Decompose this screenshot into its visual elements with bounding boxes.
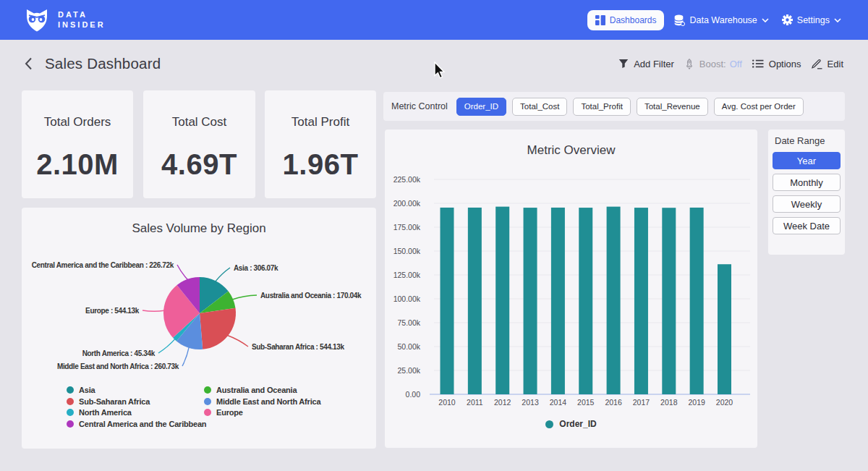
svg-text:2013: 2013 [522, 398, 539, 407]
date-range-panel: Date Range Year Monthly Weekly Week Date [768, 130, 845, 255]
brand-line1: DATA [58, 11, 106, 19]
filter-icon [618, 59, 629, 69]
svg-text:50.00k: 50.00k [397, 342, 420, 351]
date-range-label: Date Range [775, 135, 841, 146]
svg-text:2010: 2010 [438, 398, 456, 407]
svg-text:0.00: 0.00 [406, 390, 421, 399]
legend-dot [204, 386, 211, 394]
metric-button-total-revenue[interactable]: Total_Revenue [637, 98, 708, 116]
pencil-icon [812, 59, 822, 69]
brand-line2: INSIDER [58, 21, 106, 29]
boost-toggle[interactable]: Boost: Off [684, 59, 742, 69]
svg-text:75.00k: 75.00k [397, 318, 420, 327]
svg-text:2014: 2014 [550, 398, 567, 407]
svg-text:200.00k: 200.00k [393, 199, 421, 208]
back-button[interactable] [25, 57, 33, 70]
legend-dot [67, 398, 74, 405]
svg-text:Sub-Saharan Africa : 544.13k: Sub-Saharan Africa : 544.13k [252, 343, 344, 351]
legend-label: Asia [79, 386, 95, 394]
pie-chart-card: Sales Volume by Region Asia : 306.07kAus… [22, 208, 376, 449]
dashboards-label: Dashboards [610, 15, 657, 25]
legend-label: North America [79, 408, 132, 417]
svg-text:2018: 2018 [660, 398, 678, 407]
data-warehouse-menu[interactable]: Data Warehouse [670, 14, 772, 26]
svg-text:2012: 2012 [494, 398, 511, 407]
svg-text:2015: 2015 [577, 398, 595, 407]
edit-button[interactable]: Edit [812, 59, 843, 69]
pie-legend-item: Middle East and North Africa [204, 397, 320, 406]
metric-button-avg-cost[interactable]: Avg. Cost per Order [714, 98, 804, 116]
svg-text:2016: 2016 [605, 398, 622, 407]
svg-text:North America : 45.34k: North America : 45.34k [82, 349, 156, 357]
kpi-label: Total Orders [44, 115, 111, 130]
bar-chart[interactable]: 0.0025.00k50.00k75.00k100.00k125.00k150.… [385, 130, 757, 448]
kpi-value: 2.10M [36, 148, 119, 181]
date-range-weekly[interactable]: Weekly [773, 195, 841, 213]
svg-text:Central America and the Caribb: Central America and the Caribbean : 226.… [32, 261, 174, 269]
bar-chart-card: Metric Overview 0.0025.00k50.00k75.00k10… [385, 130, 757, 448]
svg-text:2019: 2019 [688, 398, 705, 407]
legend-label: Europe [216, 408, 243, 417]
kpi-label: Total Cost [172, 115, 227, 130]
rocket-icon [684, 59, 694, 69]
svg-text:150.00k: 150.00k [393, 247, 421, 255]
date-range-week-date[interactable]: Week Date [773, 217, 841, 234]
dashboard-grid-icon [595, 15, 605, 25]
kpi-value: 1.96T [283, 148, 359, 181]
legend-dot [204, 409, 211, 416]
pie-legend-item: Asia [67, 386, 206, 394]
kpi-card-total-cost: Total Cost 4.69T [143, 90, 255, 198]
svg-text:Australia and Oceania : 170.04: Australia and Oceania : 170.04k [260, 292, 362, 300]
svg-text:2017: 2017 [633, 398, 650, 407]
gear-icon [782, 14, 793, 25]
mouse-cursor [434, 61, 446, 80]
page-title: Sales Dashboard [45, 55, 161, 72]
svg-text:225.00k: 225.00k [393, 175, 421, 184]
date-range-monthly[interactable]: Monthly [773, 174, 841, 191]
legend-dot [67, 409, 74, 416]
legend-label: Middle East and North Africa [216, 397, 320, 406]
kpi-card-total-orders: Total Orders 2.10M [22, 90, 133, 198]
legend-label: Australia and Oceania [216, 386, 297, 394]
add-filter-button[interactable]: Add Filter [618, 59, 674, 69]
legend-dot [67, 420, 74, 428]
data-warehouse-label: Data Warehouse [689, 15, 757, 25]
pie-legend-col1: AsiaSub-Saharan AfricaNorth AmericaCentr… [67, 386, 206, 430]
metric-control-bar: Metric Control Order_ID Total_Cost Total… [383, 92, 845, 121]
legend-dot [545, 420, 553, 428]
svg-text:2020: 2020 [716, 398, 733, 407]
legend-label: Order_ID [559, 419, 596, 429]
svg-text:Middle East and North Africa :: Middle East and North Africa : 260.73k [57, 362, 179, 370]
legend-dot [204, 398, 211, 405]
svg-text:Asia : 306.07k: Asia : 306.07k [234, 264, 278, 272]
pie-legend-item: North America [67, 408, 206, 417]
chevron-down-icon [762, 18, 769, 22]
owl-logo-icon [23, 7, 51, 34]
metric-button-total-profit[interactable]: Total_Profit [573, 98, 631, 116]
kpi-value: 4.69T [161, 148, 237, 181]
legend-label: Sub-Saharan Africa [79, 397, 150, 406]
svg-text:Europe : 544.13k: Europe : 544.13k [85, 307, 140, 315]
database-icon [673, 14, 685, 26]
svg-text:125.00k: 125.00k [393, 271, 421, 279]
svg-text:100.00k: 100.00k [393, 294, 421, 303]
settings-label: Settings [797, 15, 830, 25]
bar-chart-legend: Order_ID [385, 419, 757, 429]
date-range-year[interactable]: Year [773, 152, 841, 169]
pie-legend-item: Central America and the Caribbean [67, 420, 206, 428]
kpi-label: Total Profit [292, 115, 349, 130]
settings-menu[interactable]: Settings [778, 14, 845, 25]
pie-legend-item: Australia and Oceania [204, 386, 320, 394]
kpi-card-total-profit: Total Profit 1.96T [265, 90, 376, 198]
metric-control-label: Metric Control [391, 101, 448, 111]
svg-text:175.00k: 175.00k [393, 223, 421, 232]
dashboards-button[interactable]: Dashboards [587, 10, 665, 30]
metric-button-total-cost[interactable]: Total_Cost [512, 98, 567, 116]
metric-button-order-id[interactable]: Order_ID [456, 98, 506, 116]
list-icon [752, 59, 764, 69]
options-button[interactable]: Options [752, 59, 801, 69]
pie-legend-col2: Australia and OceaniaMiddle East and Nor… [204, 386, 320, 420]
pie-legend-item: Europe [204, 408, 320, 417]
chevron-down-icon [834, 18, 841, 22]
legend-label: Central America and the Caribbean [79, 420, 206, 428]
